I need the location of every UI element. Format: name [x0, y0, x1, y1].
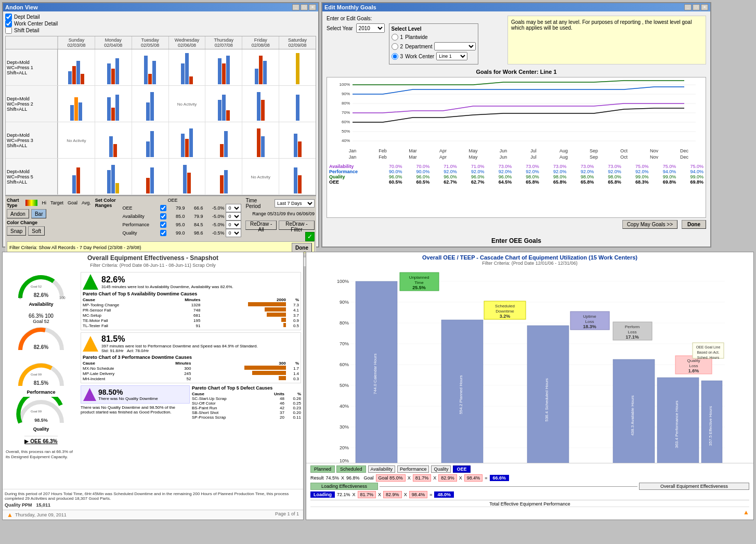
svg-text:Aug: Aug — [559, 148, 568, 153]
goals-done-btn[interactable]: Done — [682, 220, 706, 229]
oee-select[interactable]: 0 — [226, 204, 241, 212]
goals-title: Edit Monthly Goals — [324, 4, 376, 10]
svg-text:40%: 40% — [342, 138, 350, 143]
level-2-radio[interactable] — [392, 43, 398, 50]
chart-row-press2: Dept=Mold WC=Press 2 Shift=ALL — [6, 86, 316, 122]
qual-result: 98.4% — [464, 474, 483, 482]
time-period-label: Time Period — [245, 198, 272, 209]
qual-select[interactable]: 0 — [226, 229, 241, 237]
qual-cb[interactable] — [160, 230, 166, 236]
shift-detail-label: Shift Detail — [14, 28, 39, 33]
level-3-radio[interactable] — [392, 53, 398, 60]
maximize-btn[interactable]: □ — [301, 4, 308, 10]
snap-btn[interactable]: Snap — [7, 226, 26, 236]
bar-btn[interactable]: Bar — [31, 209, 47, 218]
svg-text:Downtime: Downtime — [496, 309, 514, 314]
cell-p3-fri — [242, 122, 279, 158]
avail-cb[interactable] — [160, 213, 166, 219]
result-label: Result — [310, 475, 324, 481]
avail-select[interactable]: 0 — [226, 212, 241, 221]
perf-pareto: 81.5% 397 minutes were lost to Performan… — [81, 332, 301, 383]
range-from: 05/31/09 — [267, 211, 285, 216]
redraw-all-btn[interactable]: ReDraw - All — [245, 221, 277, 230]
goals-window: Edit Monthly Goals _ □ × Enter or Edit G… — [321, 2, 711, 248]
year-select[interactable]: 2010 — [356, 23, 385, 33]
svg-text:Goal 52: Goal 52 — [31, 285, 42, 288]
cell-p3-sat — [279, 122, 316, 158]
select-level-title: Select Level — [392, 26, 476, 32]
results-row1: Planned Scheduled Availability Performan… — [310, 465, 749, 473]
oee-display: 66.3% 100 Goal 52 82.6% — [15, 313, 67, 354]
green-check-btn[interactable]: ✓ — [305, 232, 315, 241]
goals-footer: Copy May Goals >> Done — [327, 218, 706, 231]
svg-text:Nov: Nov — [650, 148, 659, 153]
set-color-ranges-label: Set Color Ranges — [95, 198, 119, 208]
svg-text:357.5 Effective Hours: 357.5 Effective Hours — [708, 406, 713, 446]
redraw-filter-btn[interactable]: ReDraw - Filter — [279, 221, 315, 230]
oee-big-pct: ▶ OEE 66.3% — [24, 438, 57, 444]
cell-p2-wed: No Activity — [168, 86, 205, 122]
svg-text:Sep: Sep — [590, 148, 598, 153]
perf-gauge-svg: 81.5% Goal 99 — [15, 360, 67, 388]
oee-big-display: ▶ OEE 66.3% — [24, 436, 57, 444]
svg-text:Uptime: Uptime — [583, 314, 596, 319]
oee-overall-desc: Overall, this process ran at 66.3% of it… — [5, 448, 77, 461]
cell-p1-fri — [242, 49, 279, 85]
andon-titlebar: Andon View _ □ × — [3, 3, 318, 11]
avail-pareto-title: Pareto Chart of Top 5 Availability Downt… — [83, 291, 299, 296]
day-thu: Thursday02/07/08 — [205, 36, 242, 49]
row-label-press3: Dept=Mold WC=Press 3 Shift=ALL — [6, 122, 58, 158]
svg-text:Dec: Dec — [680, 154, 689, 160]
page-number: Page 1 of 1 — [275, 511, 299, 519]
table-row: PR-Sensor Fall7484.1 — [83, 307, 299, 313]
dept-select[interactable] — [434, 42, 476, 50]
gauges-column: 82.6% 0 100 Goal 52 Availability 66.3% 1… — [5, 272, 77, 487]
wc-detail-cb[interactable] — [5, 20, 12, 27]
perf-pareto-title: Pareto Chart of 3 Performance Downtime C… — [83, 355, 299, 360]
svg-text:Sched. Hours: Sched. Hours — [697, 356, 720, 359]
oee-pct-label: 66.3% 100 — [15, 313, 67, 319]
svg-text:80%: 80% — [340, 320, 349, 326]
oee-result-box: OEE — [453, 465, 470, 473]
svg-text:40%: 40% — [340, 404, 349, 409]
minimize-btn[interactable]: _ — [292, 4, 299, 10]
level-1-radio[interactable] — [392, 34, 398, 41]
avail-pct-big: 82.6% — [101, 275, 233, 284]
goals-close[interactable]: × — [701, 4, 708, 10]
level-2-label: Department — [405, 44, 432, 49]
goals-maximize[interactable]: □ — [693, 4, 700, 10]
table-row: MP-Tooling Change13287.3 — [83, 302, 299, 307]
table-row: SU-Off Color460.25 — [192, 401, 301, 406]
perf-select[interactable]: 0 — [226, 221, 241, 229]
soft-btn[interactable]: Soft — [28, 226, 45, 236]
svg-text:100%: 100% — [340, 82, 350, 87]
cell-p1-tue — [132, 49, 168, 85]
copy-may-goals-btn[interactable]: Copy May Goals >> — [622, 220, 677, 229]
shift-detail-cb[interactable] — [5, 27, 12, 34]
snapshot-panel: Overall Equipment Effectiveness - Snapsh… — [2, 252, 304, 520]
wc-label: WC=Press 1 — [7, 65, 56, 70]
svg-text:100%: 100% — [337, 279, 349, 284]
goals-data-table: Availability 70.0% 70.0% 71.0% 71.0% 73.… — [329, 164, 703, 185]
svg-text:81.5%: 81.5% — [34, 380, 48, 386]
svg-text:1.6%: 1.6% — [688, 368, 699, 373]
time-period-select[interactable]: Last 7 Days — [275, 199, 315, 208]
svg-text:May: May — [468, 148, 478, 153]
results-row2: Result 74.5% X 96.8% Goal Goal 85.0% X 8… — [310, 474, 749, 482]
oee-cb[interactable] — [160, 205, 166, 211]
svg-text:Mar: Mar — [409, 148, 417, 153]
defect-pareto: Pareto Chart of Top 5 Defect Causes Caus… — [192, 385, 301, 420]
andon-btn[interactable]: Andon — [7, 209, 29, 218]
perf-desc: 397 minutes were lost to Performance Dow… — [101, 344, 258, 348]
dept-detail-cb[interactable] — [5, 14, 12, 20]
close-btn[interactable]: × — [309, 4, 316, 10]
table-row: TL-Tester Fall910.5 — [83, 323, 299, 328]
perf-cb[interactable] — [160, 222, 166, 228]
goals-minimize[interactable]: _ — [684, 4, 692, 10]
done-btn[interactable]: Done — [292, 243, 312, 252]
level-3-row: 3 Work Center Line 1 — [392, 52, 476, 60]
wc-detail-label: Work Center Detail — [14, 21, 58, 27]
enter-label: Enter or Edit Goals: — [327, 16, 372, 21]
qual-gauge-svg: 98.5% Goal 99 — [15, 397, 67, 425]
wc-select[interactable]: Line 1 — [436, 52, 467, 60]
